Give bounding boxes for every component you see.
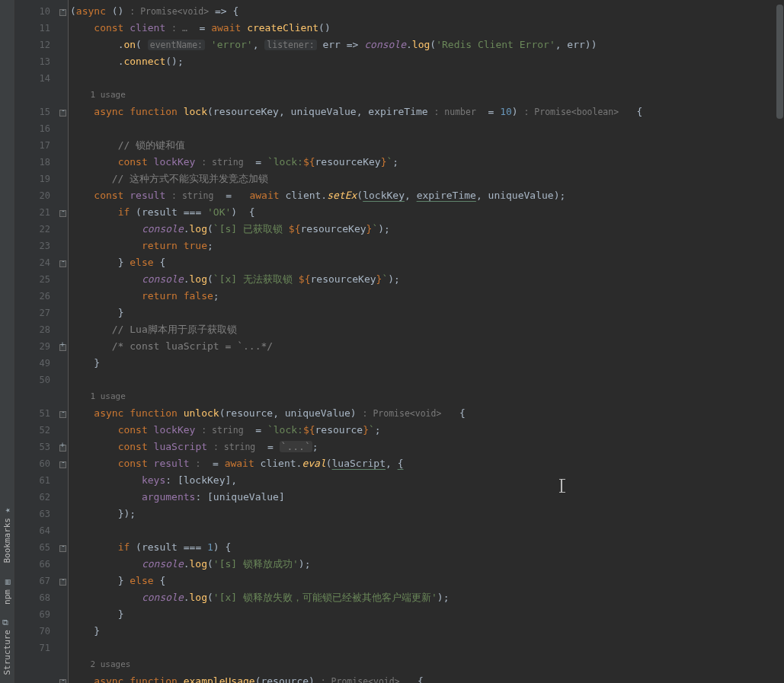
fold-cell [58, 506, 68, 522]
code-line[interactable] [70, 120, 784, 137]
fold-collapse-icon[interactable] [58, 673, 68, 683]
fold-collapse-icon[interactable] [58, 455, 68, 472]
line-number: 26 [15, 288, 58, 305]
line-number: 25 [15, 271, 58, 288]
code-line[interactable] [70, 372, 784, 388]
fold-gutter[interactable] [58, 0, 69, 683]
toolwindow-structure[interactable]: Structure⧉ [1, 614, 14, 678]
code-line[interactable]: (async () : Promise<void> => { [70, 3, 784, 20]
fold-cell [58, 221, 68, 238]
fold-cell [58, 556, 68, 573]
code-line[interactable]: const result : string = await client.set… [70, 187, 784, 204]
code-line[interactable]: // 锁的键和值 [70, 137, 784, 154]
usage-hint[interactable]: 1 usage [70, 388, 784, 405]
toolwindow-npm[interactable]: npm▤ [1, 574, 14, 608]
fold-collapse-icon[interactable] [58, 104, 68, 120]
line-number: 53 [15, 439, 58, 455]
fold-expand-icon[interactable] [58, 338, 68, 355]
line-number: 65 [15, 539, 58, 556]
code-line[interactable]: const luaScript : string = `...`; [70, 439, 784, 455]
line-number: 11 [15, 20, 58, 37]
code-line[interactable]: console.log('[x] 锁释放失败，可能锁已经被其他客户端更新'); [70, 589, 784, 606]
line-number: 62 [15, 489, 58, 506]
fold-cell [58, 472, 68, 489]
code-line[interactable]: .connect(); [70, 53, 784, 70]
code-line[interactable]: /* const luaScript = `...*/ [70, 338, 784, 355]
line-number: 27 [15, 305, 58, 321]
code-line[interactable]: arguments: [uniqueValue] [70, 489, 784, 506]
line-number: 67 [15, 573, 58, 589]
code-line[interactable]: const result : = await client.eval(luaSc… [70, 455, 784, 472]
code-line[interactable]: } [70, 305, 784, 321]
fold-collapse-icon[interactable] [58, 3, 68, 20]
code-line[interactable] [70, 70, 784, 87]
code-editor[interactable]: 1011121314151617181920212223242526272829… [15, 0, 784, 683]
code-line[interactable]: const client : … = await createClient() [70, 20, 784, 37]
line-number: 15 [15, 104, 58, 120]
code-line[interactable]: console.log(`[s] 已获取锁 ${resourceKey}`); [70, 221, 784, 238]
line-number: 21 [15, 204, 58, 221]
line-number: 23 [15, 238, 58, 254]
fold-collapse-icon[interactable] [58, 405, 68, 422]
fold-cell [58, 120, 68, 137]
vertical-scrollbar[interactable] [775, 0, 784, 683]
fold-cell [58, 305, 68, 321]
fold-cell [58, 238, 68, 254]
fold-expand-icon[interactable] [58, 439, 68, 455]
line-number: 64 [15, 522, 58, 539]
line-number: 60 [15, 455, 58, 472]
code-line[interactable]: } [70, 606, 784, 623]
code-line[interactable]: } else { [70, 573, 784, 589]
line-number: 19 [15, 171, 58, 187]
fold-collapse-icon[interactable] [58, 573, 68, 589]
line-number: 49 [15, 355, 58, 372]
code-line[interactable]: console.log(`[x] 无法获取锁 ${resourceKey}`); [70, 271, 784, 288]
code-line[interactable]: const lockKey : string = `lock:${resourc… [70, 154, 784, 171]
code-line[interactable] [70, 640, 784, 656]
fold-cell [58, 187, 68, 204]
line-number: 13 [15, 53, 58, 70]
code-line[interactable]: return false; [70, 288, 784, 305]
fold-cell [58, 656, 68, 673]
fold-cell [58, 70, 68, 87]
code-line[interactable]: async function exampleUsage(resource) : … [70, 673, 784, 683]
usage-hint[interactable]: 1 usage [70, 87, 784, 104]
code-line[interactable]: async function lock(resourceKey, uniqueV… [70, 104, 784, 120]
line-number: 63 [15, 506, 58, 522]
code-line[interactable]: } [70, 355, 784, 372]
code-line[interactable]: .on( eventName: 'error', listener: err =… [70, 37, 784, 53]
fold-collapse-icon[interactable] [58, 254, 68, 271]
line-number: 12 [15, 37, 58, 53]
line-number: 28 [15, 321, 58, 338]
toolwindow-bookmarks[interactable]: Bookmarks★ [1, 503, 14, 567]
fold-collapse-icon[interactable] [58, 539, 68, 556]
line-number: 66 [15, 556, 58, 573]
fold-cell [58, 388, 68, 405]
code-area[interactable]: (async () : Promise<void> => { const cli… [69, 0, 784, 683]
code-line[interactable]: const lockKey : string = `lock:${resourc… [70, 422, 784, 439]
code-line[interactable]: } else { [70, 254, 784, 271]
code-line[interactable] [70, 522, 784, 539]
code-line[interactable]: } [70, 623, 784, 640]
code-line[interactable]: }); [70, 506, 784, 522]
fold-cell [58, 53, 68, 70]
code-line[interactable]: // 这种方式不能实现并发竞态加锁 [70, 171, 784, 187]
scroll-thumb[interactable] [776, 5, 783, 119]
code-line[interactable]: // Lua脚本用于原子获取锁 [70, 321, 784, 338]
code-line[interactable]: if (result === 1) { [70, 539, 784, 556]
line-number [15, 673, 58, 683]
fold-cell [58, 20, 68, 37]
fold-collapse-icon[interactable] [58, 204, 68, 221]
code-line[interactable]: console.log('[s] 锁释放成功'); [70, 556, 784, 573]
fold-cell [58, 606, 68, 623]
structure-icon: ⧉ [3, 618, 12, 627]
code-line[interactable]: keys: [lockKey], [70, 472, 784, 489]
line-number-gutter: 1011121314151617181920212223242526272829… [15, 0, 58, 683]
code-line[interactable]: return true; [70, 238, 784, 254]
toolwindow-bar: Bookmarks★npm▤Structure⧉ [0, 0, 15, 683]
code-line[interactable]: async function unlock(resource, uniqueVa… [70, 405, 784, 422]
code-line[interactable]: if (result === 'OK') { [70, 204, 784, 221]
line-number: 50 [15, 372, 58, 388]
line-number [15, 656, 58, 673]
usage-hint[interactable]: 2 usages [70, 656, 784, 673]
